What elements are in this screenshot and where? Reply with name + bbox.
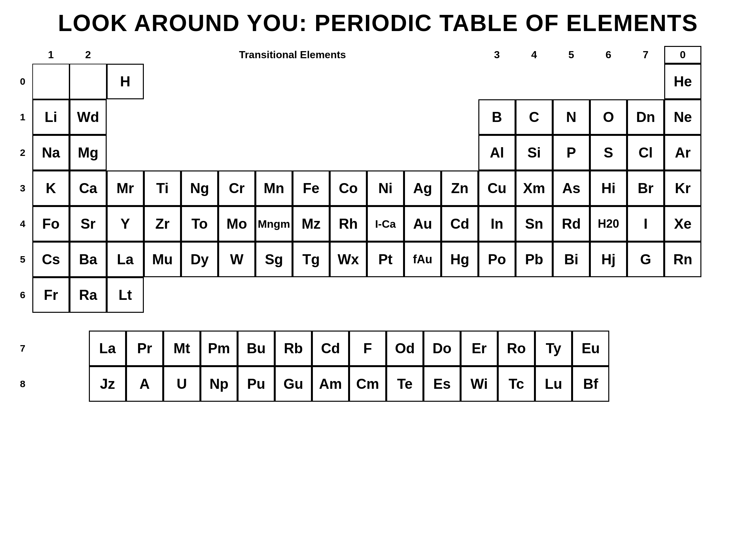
cell-Tc: Tc <box>498 366 535 402</box>
cell-6-3 <box>144 277 181 313</box>
cell-6-17 <box>664 277 701 313</box>
row-label-0: 0 <box>13 64 32 99</box>
cell-Ar: Ar <box>664 135 701 170</box>
cell-6-12 <box>478 277 516 313</box>
period-row-6: 6 Fr Ra Lt <box>13 277 701 313</box>
cell-0-5 <box>218 64 255 99</box>
cell-Fo: Fo <box>32 206 69 241</box>
cell-Am: Am <box>312 366 349 402</box>
cell-6-10 <box>404 277 441 313</box>
cell-ICa: I-Ca <box>367 206 404 241</box>
cell-Ro: Ro <box>498 330 535 366</box>
cell-Xm: Xm <box>516 170 553 206</box>
cell-W: W <box>218 241 255 277</box>
period-row-0: 0 H He <box>13 64 701 99</box>
cell-Mg: Mg <box>69 135 107 170</box>
cell-Cl: Cl <box>627 135 664 170</box>
cell-1-2 <box>107 99 144 135</box>
cell-1-6 <box>255 99 292 135</box>
cell-2-5 <box>218 135 255 170</box>
cell-Rb: Rb <box>275 330 312 366</box>
cell-6-13 <box>516 277 553 313</box>
cell-6-16 <box>627 277 664 313</box>
cell-Y: Y <box>107 206 144 241</box>
cell-0-13 <box>516 64 553 99</box>
cell-2-2 <box>107 135 144 170</box>
cell-1-8 <box>330 99 367 135</box>
cell-Hi: Hi <box>590 170 627 206</box>
cell-Bu: Bu <box>237 330 275 366</box>
cell-0-14 <box>553 64 590 99</box>
cell-Sr: Sr <box>69 206 107 241</box>
cell-Eu: Eu <box>572 330 609 366</box>
cell-6-5 <box>218 277 255 313</box>
cell-Pm: Pm <box>201 330 237 366</box>
cell-I: I <box>627 206 664 241</box>
cell-Rd: Rd <box>553 206 590 241</box>
cell-Mt: Mt <box>163 330 201 366</box>
cell-Br: Br <box>627 170 664 206</box>
row-label-5: 5 <box>13 241 32 277</box>
cell-Rh: Rh <box>330 206 367 241</box>
cell-Sg: Sg <box>255 241 292 277</box>
cell-Mn: Mn <box>255 170 292 206</box>
cell-Pt: Pt <box>367 241 404 277</box>
cell-Zr: Zr <box>144 206 181 241</box>
cell-0-8 <box>330 64 367 99</box>
cell-La2: La <box>89 330 126 366</box>
cell-0-15 <box>590 64 627 99</box>
period-row-2: 2 Na Mg Al Si P S Cl Ar <box>13 135 701 170</box>
bottom-row-label-8: 8 <box>13 366 32 402</box>
cell-Wx: Wx <box>330 241 367 277</box>
cell-6-14 <box>553 277 590 313</box>
cell-Bf: Bf <box>572 366 609 402</box>
cell-1-3 <box>144 99 181 135</box>
cell-Do: Do <box>423 330 461 366</box>
cell-Al: Al <box>478 135 516 170</box>
cell-fAu: fAu <box>404 241 441 277</box>
cell-In: In <box>478 206 516 241</box>
corner-spacer <box>13 46 32 64</box>
cell-Co: Co <box>330 170 367 206</box>
cell-Ag: Ag <box>404 170 441 206</box>
col-header-2: 2 <box>69 46 107 64</box>
cell-P: P <box>553 135 590 170</box>
cell-6-15 <box>590 277 627 313</box>
cell-2-7 <box>292 135 330 170</box>
col-header-row: 1 2 Transitional Elements 3 4 5 6 7 0 <box>13 46 701 64</box>
cell-Mo: Mo <box>218 206 255 241</box>
cell-2-11 <box>441 135 478 170</box>
cell-Cd: Cd <box>441 206 478 241</box>
row-label-2: 2 <box>13 135 32 170</box>
cell-6-6 <box>255 277 292 313</box>
cell-Er: Er <box>461 330 498 366</box>
cell-1-5 <box>218 99 255 135</box>
cell-Wi: Wi <box>461 366 498 402</box>
cell-Od: Od <box>386 330 423 366</box>
cell-0-10 <box>404 64 441 99</box>
cell-Lt: Lt <box>107 277 144 313</box>
cell-Pb: Pb <box>516 241 553 277</box>
bottom-row-label-7: 7 <box>13 330 32 366</box>
cell-Dn: Dn <box>627 99 664 135</box>
cell-Cm: Cm <box>349 366 386 402</box>
cell-Np: Np <box>201 366 237 402</box>
cell-Cr: Cr <box>218 170 255 206</box>
cell-O: O <box>590 99 627 135</box>
cell-A: A <box>126 366 163 402</box>
cell-To: To <box>181 206 218 241</box>
cell-Te: Te <box>386 366 423 402</box>
periodic-table: 1 2 Transitional Elements 3 4 5 6 7 0 0 … <box>13 46 701 313</box>
cell-0-6 <box>255 64 292 99</box>
cell-0-7 <box>292 64 330 99</box>
cell-2-6 <box>255 135 292 170</box>
cell-Mr: Mr <box>107 170 144 206</box>
bottom-row-7: 7 La Pr Mt Pm Bu Rb Cd F Od Do Er Ro Ty … <box>13 330 743 366</box>
cell-Ra: Ra <box>69 277 107 313</box>
cell-Hj: Hj <box>590 241 627 277</box>
cell-6-7 <box>292 277 330 313</box>
cell-H: H <box>107 64 144 99</box>
cell-Ti: Ti <box>144 170 181 206</box>
cell-G: G <box>627 241 664 277</box>
cell-2-3 <box>144 135 181 170</box>
